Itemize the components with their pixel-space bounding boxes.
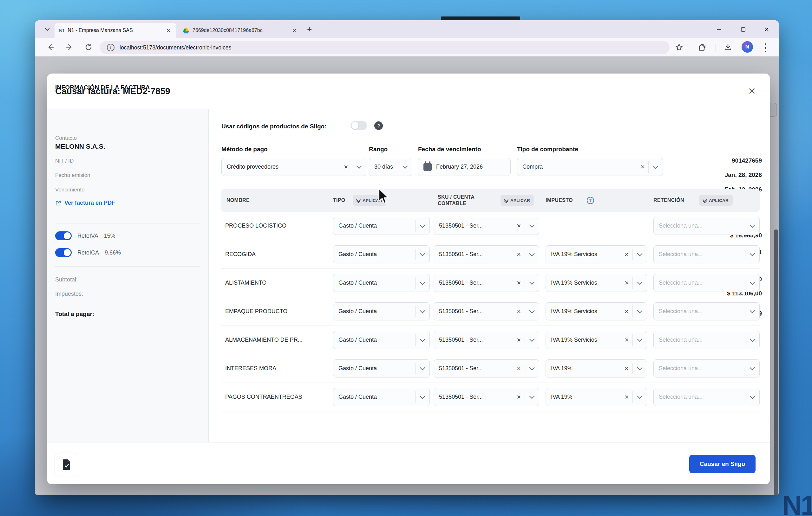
chevron-down-icon[interactable]: [525, 310, 539, 312]
chevron-down-icon[interactable]: [415, 310, 430, 312]
clear-icon[interactable]: ×: [340, 163, 352, 171]
modal-close-icon[interactable]: ✕: [748, 86, 756, 97]
profile-avatar[interactable]: N: [742, 41, 753, 53]
document-check-button[interactable]: [55, 453, 78, 476]
chevron-down-icon[interactable]: [633, 367, 647, 370]
chevron-down-icon[interactable]: [525, 396, 539, 398]
chevron-down-icon[interactable]: [745, 253, 759, 255]
impuesto-select[interactable]: IVA 19% ×: [546, 388, 647, 406]
tab-search-icon[interactable]: [44, 26, 51, 33]
new-tab-button[interactable]: +: [307, 25, 312, 33]
clear-icon[interactable]: ×: [513, 222, 525, 230]
chevron-down-icon[interactable]: [745, 225, 759, 227]
aplicar-retencion-button[interactable]: APLICAR: [699, 195, 733, 206]
retencion-select[interactable]: Selecciona una...: [654, 245, 760, 263]
tab-inactive[interactable]: 7669de12030c08417196a67bc ✕: [178, 23, 302, 38]
clear-icon[interactable]: ×: [513, 308, 525, 315]
bookmark-star-icon[interactable]: [675, 43, 683, 51]
chevron-down-icon[interactable]: [352, 166, 366, 168]
reteiva-toggle[interactable]: [55, 232, 72, 240]
chevron-down-icon[interactable]: [525, 253, 539, 255]
impuesto-help-icon[interactable]: ?: [587, 197, 594, 204]
chevron-down-icon[interactable]: [415, 282, 430, 284]
impuesto-select[interactable]: IVA 19% Servicios ×: [546, 331, 647, 349]
chevron-down-icon[interactable]: [745, 282, 759, 284]
chevron-down-icon[interactable]: [633, 339, 647, 341]
reteica-toggle[interactable]: [55, 248, 72, 257]
back-icon[interactable]: [46, 43, 55, 51]
extensions-icon[interactable]: [698, 43, 706, 51]
tipo-select[interactable]: Gasto / Cuenta: [333, 388, 430, 406]
sku-select[interactable]: 51350501 - Ser... ×: [434, 388, 539, 406]
chevron-down-icon[interactable]: [415, 339, 430, 341]
retencion-select[interactable]: Selecciona una...: [654, 331, 760, 349]
chevron-down-icon[interactable]: [525, 225, 539, 227]
chevron-down-icon[interactable]: [633, 310, 647, 312]
retencion-select[interactable]: Selecciona una...: [654, 388, 760, 406]
chevron-down-icon[interactable]: [633, 396, 647, 398]
impuesto-select[interactable]: IVA 19% Servicios ×: [546, 245, 647, 263]
sku-select[interactable]: 51350501 - Ser... ×: [434, 217, 539, 235]
clear-icon[interactable]: ×: [513, 365, 525, 372]
chevron-down-icon[interactable]: [415, 225, 430, 227]
tipo-select[interactable]: Gasto / Cuenta: [333, 217, 430, 235]
clear-icon[interactable]: ×: [621, 365, 633, 372]
tipo-comprobante-select[interactable]: Compra ×: [517, 158, 663, 176]
clear-icon[interactable]: ×: [621, 308, 633, 315]
chevron-down-icon[interactable]: [745, 396, 759, 398]
sku-select[interactable]: 51350501 - Ser... ×: [434, 331, 539, 349]
tipo-select[interactable]: Gasto / Cuenta: [333, 245, 430, 263]
sku-select[interactable]: 51350501 - Ser... ×: [434, 302, 539, 321]
sku-select[interactable]: 51350501 - Ser... ×: [434, 274, 539, 292]
chevron-down-icon[interactable]: [525, 282, 539, 284]
clear-icon[interactable]: ×: [513, 337, 525, 343]
aplicar-sku-button[interactable]: APLICAR: [500, 195, 534, 206]
clear-icon[interactable]: ×: [621, 337, 633, 343]
fecha-vencimiento-input[interactable]: February 27, 2026: [418, 158, 511, 176]
chevron-down-icon[interactable]: [633, 253, 647, 255]
maximize-button[interactable]: [740, 26, 747, 33]
chevron-down-icon[interactable]: [525, 367, 539, 370]
clear-icon[interactable]: ×: [637, 163, 648, 171]
tipo-select[interactable]: Gasto / Cuenta: [333, 302, 430, 321]
browser-menu-icon[interactable]: [764, 43, 766, 52]
chevron-down-icon[interactable]: [415, 367, 430, 370]
retencion-select[interactable]: Selecciona una...: [654, 359, 760, 377]
tab-active[interactable]: N1 N1 - Empresa Manzana SAS ✕: [55, 23, 176, 38]
chevron-down-icon[interactable]: [633, 282, 647, 284]
chevron-down-icon[interactable]: [525, 339, 539, 341]
sku-select[interactable]: 51350501 - Ser... ×: [434, 245, 539, 263]
chevron-down-icon[interactable]: [745, 367, 759, 370]
site-info-icon[interactable]: i: [107, 44, 115, 51]
impuesto-select[interactable]: IVA 19% Servicios ×: [546, 274, 647, 292]
downloads-icon[interactable]: [724, 43, 732, 51]
tipo-select[interactable]: Gasto / Cuenta: [333, 331, 430, 349]
siigo-codes-toggle[interactable]: [350, 121, 367, 130]
minimize-button[interactable]: [716, 26, 723, 33]
retencion-select[interactable]: Selecciona una...: [654, 217, 760, 235]
close-window-button[interactable]: ✕: [763, 26, 770, 33]
causar-en-siigo-button[interactable]: Causar en Siigo: [689, 455, 756, 473]
chevron-down-icon[interactable]: [745, 339, 759, 341]
forward-icon[interactable]: [65, 43, 74, 51]
view-pdf-link[interactable]: Ver factura en PDF: [55, 200, 200, 206]
rango-select[interactable]: 30 días: [369, 158, 412, 176]
chevron-down-icon[interactable]: [649, 166, 663, 168]
clear-icon[interactable]: ×: [513, 394, 525, 401]
chevron-down-icon[interactable]: [415, 253, 430, 255]
retencion-select[interactable]: Selecciona una...: [654, 274, 760, 292]
page-scrollbar-thumb[interactable]: [774, 230, 778, 495]
clear-icon[interactable]: ×: [621, 251, 633, 258]
impuesto-select[interactable]: IVA 19% ×: [546, 359, 647, 377]
clear-icon[interactable]: ×: [513, 251, 525, 258]
help-icon[interactable]: ?: [374, 121, 383, 130]
tab-close-icon[interactable]: ✕: [165, 27, 172, 35]
tipo-select[interactable]: Gasto / Cuenta: [333, 274, 430, 292]
metodo-pago-select[interactable]: Crédito proveedores ×: [222, 158, 366, 176]
clear-icon[interactable]: ×: [621, 279, 633, 286]
clear-icon[interactable]: ×: [513, 279, 525, 286]
chevron-down-icon[interactable]: [398, 166, 412, 168]
impuesto-select[interactable]: IVA 19% Servicios ×: [546, 302, 647, 321]
sku-select[interactable]: 51350501 - Ser... ×: [434, 359, 539, 377]
tipo-select[interactable]: Gasto / Cuenta: [333, 359, 430, 377]
